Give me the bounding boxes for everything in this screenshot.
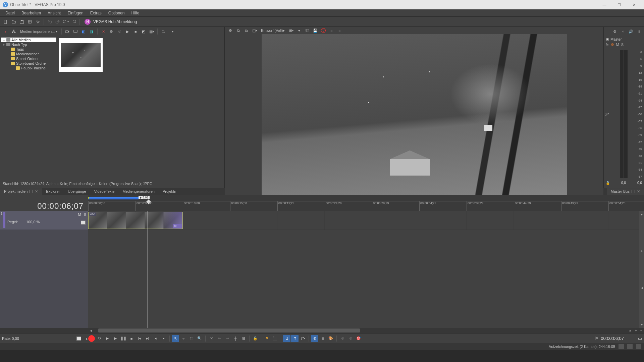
track-header-1[interactable]: 1 M S Pegel: 100,0 % [0,211,88,230]
preview-record-icon[interactable]: V [320,27,327,34]
scroll-right-icon[interactable]: ▸ [628,328,633,333]
trim-start-button[interactable]: ⇤ [216,335,223,342]
pin-icon[interactable] [632,190,635,193]
save-icon[interactable] [18,18,25,25]
master-downmix-icon[interactable]: 🔊 [627,28,635,35]
envelope-tool-button[interactable]: ⫟ [180,335,187,342]
play-button[interactable]: ▶ [112,335,119,342]
prev-frame-button[interactable]: ◂ [152,335,159,342]
zoom-out-icon[interactable]: − [639,328,644,333]
media-remove-icon[interactable]: ✕ [100,28,107,35]
zoom-tool-button[interactable]: 🔍 [196,335,203,342]
timecode-mode-icon[interactable]: ▭ [638,336,642,341]
preview-viewport[interactable] [225,34,603,205]
region-button[interactable]: ⬛ [271,335,279,342]
media-hierarchy-icon[interactable] [10,28,17,35]
next-frame-button[interactable]: ▸ [160,335,167,342]
track-color-strip[interactable] [3,212,5,228]
tab-projektn[interactable]: Projektn [159,188,180,194]
tree-node[interactable]: Medienordner [1,52,56,56]
menu-datei[interactable]: Datei [2,10,18,16]
pin-icon[interactable] [30,190,33,193]
tab-explorer[interactable]: Explorer [42,188,64,194]
autoedit-button[interactable]: ⊞ [319,335,326,342]
preview-quality-button[interactable]: Entwurf (Voll)▾ [259,27,287,34]
timeline-timecode[interactable]: 00:00:06;07 [0,201,88,211]
rate-slider[interactable] [76,337,81,341]
media-get-blue-icon[interactable]: ◧ [80,28,87,35]
tab-übergänge[interactable]: Übergänge [64,188,90,194]
media-tree[interactable]: –Alle Medien+Nach TypTagsMedienordnerSma… [0,36,57,181]
preview-external-icon[interactable]: ⧉ [235,27,242,34]
ignore-grouping-button[interactable]: ⊘ [339,335,346,342]
ignore-grouping2-button[interactable]: ⊘ [347,335,354,342]
media-stop-icon[interactable]: ■ [132,28,139,35]
tree-node[interactable]: –Alle Medien [1,38,56,42]
master-automation-button[interactable]: ⚙ [611,43,614,47]
snap-button[interactable]: ⊔ [283,335,290,342]
redo-icon[interactable] [54,18,61,25]
color-button[interactable]: 🎨 [327,335,334,342]
menu-einfügen[interactable]: Einfügen [64,10,87,16]
master-mute-button[interactable]: M [616,43,619,47]
minimize-button[interactable]: — [597,0,612,9]
playhead-flag-icon[interactable]: ▸ [88,196,90,199]
master-link-icon[interactable]: ⇄ [605,112,609,117]
stop-button[interactable]: ■ [128,335,135,342]
undo-dropdown-icon[interactable]: ▾ [62,18,69,25]
timeline-region-bar[interactable]: ⏵5:01 [88,195,644,201]
rate-reset-icon[interactable]: ▴ [86,337,88,340]
media-play-icon[interactable]: ▶ [124,28,131,35]
adjustment-button[interactable]: 🎯 [355,335,362,342]
preview-save-icon[interactable]: 💾 [312,27,319,34]
timeline-ruler[interactable]: ▸ 00:00:00;0000:00:05;0000:00:10;0000:00… [88,201,644,211]
menu-extras[interactable]: Extras [87,10,105,16]
close-tab-icon[interactable]: ✕ [637,189,640,194]
media-flag-icon[interactable]: ▸ [2,28,9,35]
loop-region[interactable] [88,197,139,199]
status-btn-2[interactable] [627,344,633,349]
track-solo-button[interactable]: S [84,213,86,217]
maximize-button[interactable]: ☐ [612,0,627,9]
media-view-icon[interactable]: ▦▾ [148,28,155,35]
media-grid[interactable] [57,36,224,181]
media-search-icon[interactable] [160,28,167,35]
master-dim-icon[interactable]: ⁘ [619,28,627,35]
preview-menu1-icon[interactable]: ≡ [328,27,335,34]
render-icon[interactable] [26,18,34,25]
transport-timecode[interactable]: 00:00:06;07 [601,336,624,341]
loop-button[interactable]: ↻ [96,335,103,342]
media-fx-icon[interactable] [116,28,123,35]
import-media-button[interactable]: Medien importieren... ▾ [18,28,59,35]
go-end-button[interactable]: ▸| [144,335,151,342]
track-level-slider[interactable] [81,221,86,225]
tree-node[interactable]: Smart-Ordner [1,56,56,61]
track-row-1[interactable]: ohd fx ⋯ [88,211,644,230]
media-properties-icon[interactable]: ⚙ [108,28,115,35]
tree-node[interactable]: +Nach Typ [1,42,56,47]
hub-label[interactable]: VEGAS Hub Abmeldung [93,19,137,24]
zoom-in-icon[interactable]: + [633,328,639,333]
timeline-scrollbar[interactable]: ◂ ▸ + − [0,328,644,333]
tree-node[interactable]: –Storyboard-Ordner [1,61,56,66]
clip-fade-handle[interactable] [159,212,182,229]
media-thumbnail[interactable] [59,38,103,72]
timeline-right-handle[interactable]: ▸+◂▾ [639,211,644,328]
status-btn-1[interactable] [619,344,624,349]
tab-videoeffekte[interactable]: Videoeffekte [90,188,119,194]
redo-alt-icon[interactable] [70,18,77,25]
menu-bearbeiten[interactable]: Bearbeiten [18,10,44,16]
tree-node[interactable]: Haupt-Timeline [1,66,56,70]
close-button[interactable]: ✕ [627,0,641,9]
preview-menu2-icon[interactable]: ≡ [336,27,343,34]
tab-master-bus[interactable]: Master-Bus✕ [607,188,644,195]
master-settings-icon[interactable]: ⚙ [611,28,619,35]
region-end-marker[interactable]: ⏵5:01 [139,196,150,199]
trim-end-button[interactable]: ⇥ [224,335,231,342]
split-button[interactable]: ╫ [232,335,239,342]
master-fx-button[interactable]: fx [606,43,609,47]
play-start-button[interactable]: ▶ [104,335,111,342]
selection-tool-button[interactable]: ⬚ [188,335,195,342]
preview-safearea-icon[interactable]: ▾ [296,27,303,34]
preview-split-icon[interactable]: ◫▾ [251,27,258,34]
